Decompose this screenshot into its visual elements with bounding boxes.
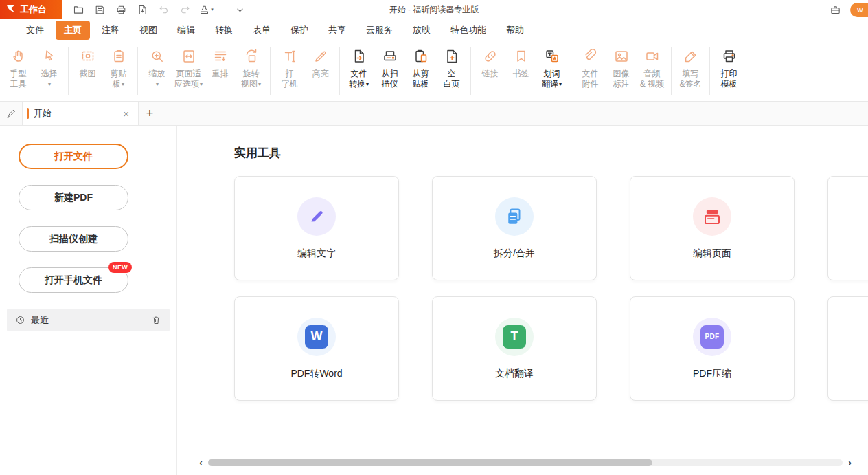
menu-tab-slideshow[interactable]: 放映 <box>404 21 439 40</box>
undo-icon[interactable] <box>154 1 173 18</box>
scroll-left-icon[interactable]: ‹ <box>199 457 203 468</box>
pen-nib-icon[interactable] <box>0 102 22 125</box>
scrollbar-track[interactable] <box>208 459 842 466</box>
stamp-tool-icon[interactable]: ▾ <box>196 1 216 18</box>
ribbon-item-label: 音频 & 视频 <box>640 69 664 89</box>
card-partial[interactable] <box>827 296 868 401</box>
menu-tab-comment[interactable]: 注释 <box>93 21 128 40</box>
recent-section[interactable]: 最近 <box>7 309 170 331</box>
audio-video-icon <box>643 47 662 66</box>
ribbon-item-from-clipboard[interactable]: 从剪 贴板 <box>405 41 436 101</box>
ribbon-item-clipboard[interactable]: 剪贴 板▾ <box>103 41 134 101</box>
new-pdf-button[interactable]: 新建PDF <box>19 185 128 210</box>
quick-access-toolbar: ▾ <box>69 1 249 18</box>
menu-tab-home[interactable]: 主页 <box>56 21 90 40</box>
print-template-icon <box>720 47 739 66</box>
workspace-button[interactable]: 工作台 <box>0 0 62 19</box>
ribbon-item-audio-video[interactable]: 音频 & 视频 <box>637 41 667 101</box>
open-phone-file-button[interactable]: 打开手机文件 NEW <box>19 267 128 293</box>
translate-icon <box>542 47 562 66</box>
redo-icon[interactable] <box>175 1 194 18</box>
ribbon-item-from-scanner[interactable]: 从扫 描仪 <box>374 41 405 101</box>
print-icon[interactable] <box>111 1 130 18</box>
close-icon[interactable]: × <box>121 107 131 120</box>
open-folder-icon[interactable] <box>69 1 88 18</box>
ribbon-item-translate[interactable]: 划词 翻译▾ <box>536 41 567 101</box>
ribbon-item-rotate-view[interactable]: 旋转 视图▾ <box>236 41 266 101</box>
ribbon-item-fit-page[interactable]: 页面适 应选项▾ <box>172 41 205 101</box>
from-scanner-icon <box>380 47 400 66</box>
translate-doc-icon: T <box>495 318 534 356</box>
ribbon-item-label: 从扫 描仪 <box>382 69 398 89</box>
sidebar: 打开文件 新建PDF 扫描仪创建 打开手机文件 NEW 最近 <box>0 126 177 475</box>
image-annotate-icon <box>612 47 631 66</box>
menu-tab-help[interactable]: 帮助 <box>498 21 532 40</box>
menu-tab-protect[interactable]: 保护 <box>282 21 317 40</box>
ribbon-item-highlight[interactable]: 高亮 <box>305 41 336 101</box>
card-pdf-compress[interactable]: PDF PDF压缩 <box>630 296 795 401</box>
ribbon-item-typewriter[interactable]: 打 字机 <box>274 41 305 101</box>
menu-tab-view[interactable]: 视图 <box>131 21 165 40</box>
ribbon-item-label: 重排 <box>212 69 229 78</box>
menu-tab-file[interactable]: 文件 <box>18 21 52 40</box>
open-file-button[interactable]: 打开文件 <box>19 144 128 169</box>
ribbon-group-create: 文件 转换▾ 从扫 描仪 从剪 贴板 空 白页 <box>343 41 467 101</box>
ribbon-item-label: 手型 工具 <box>10 69 27 89</box>
ribbon-item-attachment[interactable]: 文件 附件 <box>575 41 606 101</box>
new-tab-button[interactable]: + <box>139 102 161 125</box>
menu-tab-form[interactable]: 表单 <box>244 21 279 40</box>
menu-tab-features[interactable]: 特色功能 <box>442 21 494 40</box>
collapse-ribbon-icon[interactable] <box>230 1 249 18</box>
card-label: PDF转Word <box>290 368 342 380</box>
trash-icon[interactable] <box>151 315 161 325</box>
card-pdf-to-word[interactable]: W PDF转Word <box>234 296 399 401</box>
clipboard-icon <box>109 47 128 66</box>
menu-tab-cloud[interactable]: 云服务 <box>358 21 401 40</box>
ribbon-group-tools: 手型 工具 选择 ▾ <box>3 41 65 101</box>
pdf-compress-icon: PDF <box>693 318 731 356</box>
ribbon-item-bookmark[interactable]: 书签 <box>505 41 536 101</box>
menu-tab-edit[interactable]: 编辑 <box>169 21 203 40</box>
ribbon-item-link[interactable]: 链接 <box>475 41 505 101</box>
workspace-label: 工作台 <box>20 3 47 16</box>
new-pdf-label: 新建PDF <box>54 192 93 204</box>
ribbon-item-print-template[interactable]: 打印 模板 <box>713 41 744 101</box>
card-edit-text[interactable]: 编辑文字 <box>234 176 399 280</box>
ribbon-item-fill-sign[interactable]: 填写 &签名 <box>675 41 706 101</box>
export-icon[interactable] <box>133 1 152 18</box>
card-split-merge[interactable]: 拆分/合并 <box>432 176 597 280</box>
card-doc-translate[interactable]: T 文档翻译 <box>432 296 597 401</box>
menu-tab-convert[interactable]: 转换 <box>207 21 241 40</box>
ribbon-item-zoom[interactable]: 缩放 ▾ <box>141 41 172 101</box>
tab-start[interactable]: 开始 × <box>22 102 139 125</box>
ribbon-item-blank-page[interactable]: 空 白页 <box>436 41 467 101</box>
save-icon[interactable] <box>90 1 109 18</box>
edit-text-icon <box>297 197 336 236</box>
scanner-create-label: 扫描仪创建 <box>49 233 98 245</box>
dropdown-caret-icon: ▾ <box>366 81 369 88</box>
scanner-create-button[interactable]: 扫描仪创建 <box>19 226 128 252</box>
ribbon-divider <box>470 47 471 95</box>
ribbon-item-image-annotate[interactable]: 图像 标注 <box>606 41 637 101</box>
open-phone-file-label: 打开手机文件 <box>45 274 102 287</box>
account-button[interactable]: w <box>850 3 868 17</box>
ribbon-item-file-convert[interactable]: 文件 转换▾ <box>343 41 374 101</box>
ribbon-item-snapshot[interactable]: 截图 <box>72 41 103 101</box>
scroll-right-icon[interactable]: › <box>848 457 852 468</box>
menu-tab-share[interactable]: 共享 <box>320 21 354 40</box>
card-partial[interactable] <box>827 176 868 280</box>
scrollbar-thumb[interactable] <box>208 459 652 466</box>
ribbon-item-label: 图像 标注 <box>613 69 630 89</box>
ribbon-item-label: 截图 <box>80 69 96 78</box>
card-label: 拆分/合并 <box>494 247 535 260</box>
card-edit-pages[interactable]: 编辑页面 <box>630 176 795 280</box>
pdf-letter: PDF <box>700 325 724 349</box>
ribbon-item-label: 划词 翻译 <box>542 69 560 89</box>
ribbon-item-hand-tool[interactable]: 手型 工具 <box>3 41 34 101</box>
ribbon-item-reflow[interactable]: 重排 <box>205 41 236 101</box>
briefcase-icon[interactable] <box>825 1 845 18</box>
link-icon <box>481 47 500 66</box>
word-icon: W <box>297 318 336 356</box>
document-tab-strip: 开始 × + <box>0 102 868 126</box>
ribbon-item-select[interactable]: 选择 ▾ <box>34 41 65 101</box>
